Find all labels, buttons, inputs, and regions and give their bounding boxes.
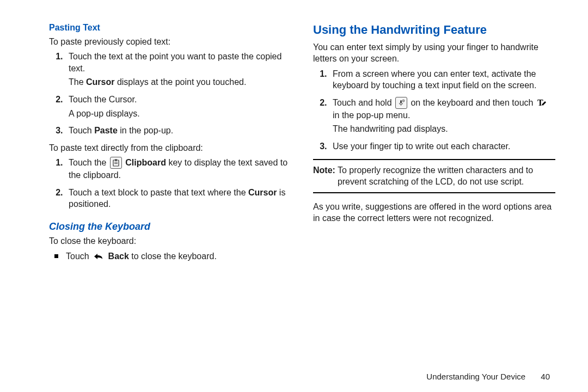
heading-closing-keyboard: Closing the Keyboard [49, 220, 291, 233]
left-column: Pasting Text To paste previously copied … [49, 22, 291, 359]
body-text: The [69, 77, 86, 87]
handwriting-steps: From a screen where you can enter text, … [313, 68, 555, 152]
bold-text: Back [108, 252, 129, 261]
clipboard-intro: To paste text directly from the clipboar… [49, 142, 291, 154]
heading-pasting-text: Pasting Text [49, 22, 291, 34]
mic-settings-icon [395, 97, 407, 109]
pasting-step-2: Touch the Cursor. A pop-up displays. [65, 94, 291, 119]
body-text: Touch the Cursor. [69, 95, 137, 104]
right-column: Using the Handwriting Feature You can en… [313, 22, 555, 359]
svg-rect-0 [113, 160, 119, 166]
note-label: Note: [313, 164, 335, 188]
body-text: A pop-up displays. [69, 108, 291, 120]
clipboard-step-1: Touch the Clipboard key to display the t… [65, 157, 291, 181]
handwriting-intro: You can enter text simply by using your … [313, 41, 555, 65]
svg-text:T: T [537, 98, 543, 107]
note-block: Note: To properly recognize the written … [313, 159, 555, 193]
bold-text: Paste [94, 126, 118, 135]
clipboard-step-2: Touch a text block to paste that text wh… [65, 187, 291, 210]
body-text: in the pop-up menu. [333, 111, 410, 120]
body-text: Touch [69, 126, 94, 135]
pasting-step-1-sub: The Cursor displays at the point you tou… [69, 76, 291, 88]
handwriting-t-icon: T [537, 97, 548, 108]
body-text: Touch the [69, 158, 109, 167]
footer-section: Understanding Your Device [426, 372, 525, 381]
pasting-intro: To paste previously copied text: [49, 36, 291, 48]
svg-point-7 [403, 100, 403, 101]
body-text: to close the keyboard. [129, 252, 217, 261]
handwriting-step-3: Use your finger tip to write out each ch… [329, 140, 555, 152]
body-text: Touch the text at the point you want to … [69, 52, 281, 73]
handwriting-outro: As you write, suggestions are offered in… [313, 201, 555, 224]
note-body: To properly recognize the written charac… [338, 164, 555, 188]
pasting-steps: Touch the text at the point you want to … [49, 51, 291, 137]
svg-rect-1 [115, 160, 117, 161]
pasting-step-3: Touch Paste in the pop-up. [65, 125, 291, 137]
clipboard-icon [110, 157, 122, 169]
heading-handwriting: Using the Handwriting Feature [313, 22, 555, 38]
manual-page: Pasting Text To paste previously copied … [0, 0, 588, 370]
handwriting-step-1: From a screen where you can enter text, … [329, 68, 555, 91]
svg-rect-4 [400, 100, 402, 103]
bold-text: Cursor [86, 77, 114, 87]
back-arrow-icon [93, 252, 105, 261]
footer-page-number: 40 [541, 372, 550, 381]
bold-text: Clipboard [125, 158, 166, 167]
closing-bullet: Touch Back to close the keyboard. [54, 250, 291, 262]
closing-bullet-text: Touch Back to close the keyboard. [66, 250, 217, 262]
handwriting-step-2: Touch and hold on the keyboard and then … [329, 97, 555, 135]
body-text: Touch and hold [333, 98, 394, 107]
body-text: displays at the point you touched. [114, 77, 246, 87]
body-text: Touch [66, 252, 91, 261]
body-text: on the keyboard and then touch [411, 98, 536, 107]
handwriting-step-2-sub: The handwriting pad displays. [333, 123, 555, 135]
bullet-square-icon [54, 254, 58, 258]
page-footer: Understanding Your Device 40 [426, 372, 550, 381]
pasting-step-1: Touch the text at the point you want to … [65, 51, 291, 88]
bold-text: Cursor [248, 188, 277, 197]
body-text: in the pop-up. [118, 126, 173, 135]
clipboard-steps: Touch the Clipboard key to display the t… [49, 157, 291, 210]
closing-intro: To close the keyboard: [49, 235, 291, 247]
body-text: Touch a text block to paste that text wh… [69, 188, 248, 197]
